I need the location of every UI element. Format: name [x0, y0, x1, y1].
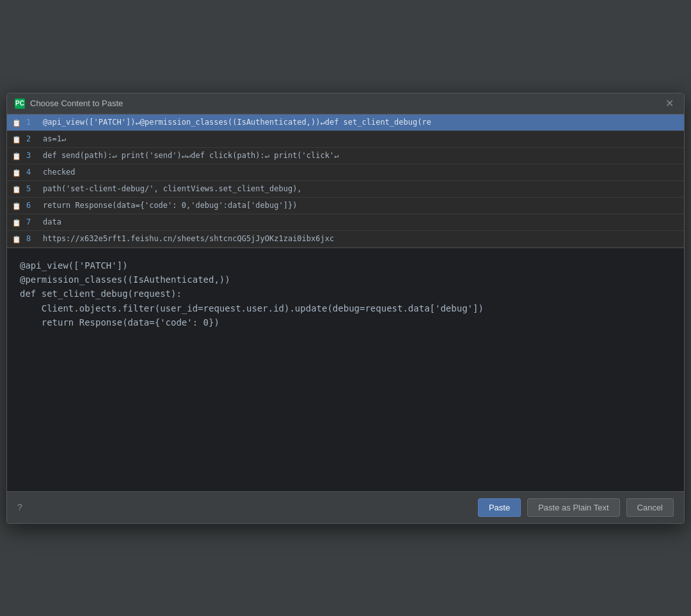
clip-text: https://x632e5rft1.feishu.cn/sheets/shtc… — [43, 234, 679, 243]
clip-number: 8 — [26, 234, 38, 243]
footer: ? Paste Paste as Plain Text Cancel — [7, 491, 684, 523]
clipboard-item[interactable]: 📋2as=1↵ — [7, 131, 684, 148]
clip-text: data — [43, 217, 679, 226]
clipboard-item[interactable]: 📋4checked — [7, 164, 684, 181]
help-button[interactable]: ? — [17, 502, 22, 512]
clip-number: 4 — [26, 168, 38, 177]
clip-number: 3 — [26, 151, 38, 160]
clip-text: @api_view(['PATCH'])↵@permission_classes… — [43, 118, 679, 127]
clipboard-list: 📋1@api_view(['PATCH'])↵@permission_class… — [7, 115, 684, 248]
paste-plain-button[interactable]: Paste as Plain Text — [527, 498, 619, 517]
clipboard-item[interactable]: 📋6return Response(data={'code': 0,'debug… — [7, 198, 684, 214]
preview-code: @api_view(['PATCH']) @permission_classes… — [20, 258, 671, 330]
clipboard-icon: 📋 — [12, 169, 21, 177]
clip-text: as=1↵ — [43, 134, 679, 143]
choose-content-dialog: PC Choose Content to Paste ✕ 📋1@api_view… — [6, 93, 685, 524]
clip-text: path('set-client-debug/', clientViews.se… — [43, 184, 679, 193]
title-bar-left: PC Choose Content to Paste — [15, 99, 123, 109]
clipboard-item[interactable]: 📋3def send(path):↵ print('send')↵↵def cl… — [7, 148, 684, 164]
close-button[interactable]: ✕ — [663, 97, 676, 110]
cancel-button[interactable]: Cancel — [626, 498, 674, 517]
clip-number: 7 — [26, 217, 38, 226]
clip-text: def send(path):↵ print('send')↵↵def clic… — [43, 151, 679, 160]
clip-text: checked — [43, 168, 679, 177]
clipboard-icon: 📋 — [12, 119, 21, 127]
clipboard-item[interactable]: 📋5path('set-client-debug/', clientViews.… — [7, 181, 684, 198]
preview-area: @api_view(['PATCH']) @permission_classes… — [7, 248, 684, 491]
clip-number: 5 — [26, 184, 38, 193]
dialog-title: Choose Content to Paste — [30, 99, 123, 108]
clipboard-item[interactable]: 📋1@api_view(['PATCH'])↵@permission_class… — [7, 115, 684, 131]
title-bar: PC Choose Content to Paste ✕ — [7, 93, 684, 115]
clipboard-icon: 📋 — [12, 235, 21, 244]
clip-text: return Response(data={'code': 0,'debug':… — [43, 201, 679, 210]
clip-number: 2 — [26, 134, 38, 143]
clipboard-icon: 📋 — [12, 202, 21, 210]
clipboard-item[interactable]: 📋7data — [7, 214, 684, 231]
clipboard-icon: 📋 — [12, 152, 21, 161]
clip-number: 1 — [26, 118, 38, 127]
clip-number: 6 — [26, 201, 38, 210]
app-icon: PC — [15, 99, 25, 109]
clipboard-item[interactable]: 📋8https://x632e5rft1.feishu.cn/sheets/sh… — [7, 231, 684, 248]
paste-button[interactable]: Paste — [478, 498, 521, 517]
clipboard-icon: 📋 — [12, 136, 21, 144]
clipboard-icon: 📋 — [12, 219, 21, 227]
clipboard-icon: 📋 — [12, 186, 21, 194]
footer-buttons: Paste Paste as Plain Text Cancel — [478, 498, 674, 517]
